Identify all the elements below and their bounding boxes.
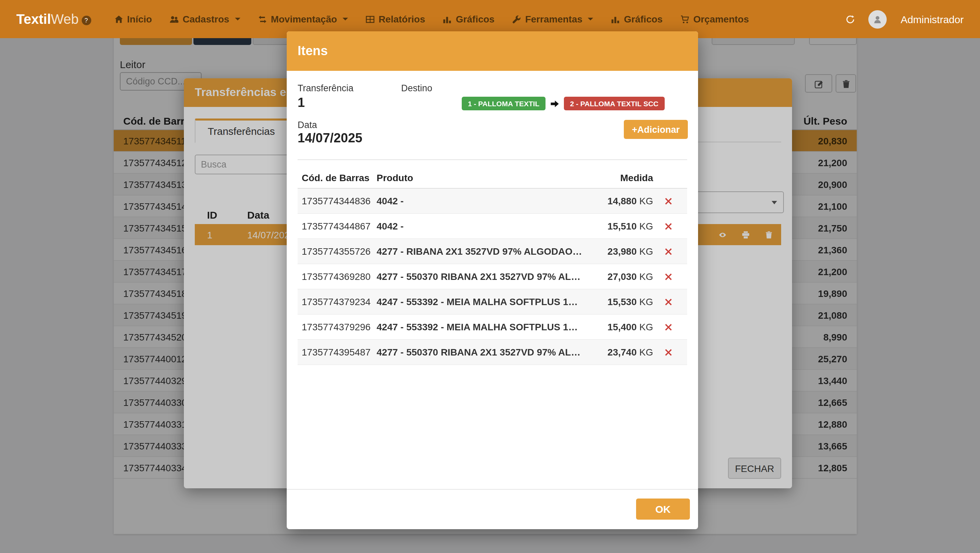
destination-badge: 2 - PALLOMA TEXTIL SCC bbox=[564, 97, 665, 110]
item-row: 1735774344867 4042 - 15,510 KG bbox=[298, 214, 687, 239]
refresh-icon[interactable] bbox=[846, 14, 855, 24]
caret-down-icon bbox=[342, 18, 348, 21]
nav-item-inicio[interactable]: Início bbox=[114, 14, 152, 24]
exchange-icon bbox=[258, 14, 267, 24]
nav-item-graficos-1[interactable]: Gráficos bbox=[443, 14, 495, 24]
remove-item-button[interactable] bbox=[653, 297, 683, 306]
items-modal-title: Itens bbox=[287, 31, 698, 71]
nav-item-graficos-2[interactable]: Gráficos bbox=[611, 14, 663, 24]
wrench-icon bbox=[512, 14, 521, 24]
help-icon[interactable]: ? bbox=[81, 15, 91, 25]
items-table: Cód. de Barras Produto Medida 1735774344… bbox=[298, 167, 687, 365]
add-item-button[interactable]: +Adicionar bbox=[624, 120, 688, 139]
bar-chart-icon bbox=[443, 14, 452, 24]
remove-item-button[interactable] bbox=[653, 272, 683, 281]
nav-item-orcamentos[interactable]: Orçamentos bbox=[680, 14, 749, 24]
date-value: 14/07/2025 bbox=[298, 131, 362, 146]
items-modal: Itens Transferência 1 Destino 1 - PALLOM… bbox=[287, 31, 698, 529]
item-barcode: 1735774379234 bbox=[302, 296, 377, 307]
destination-label: Destino bbox=[401, 83, 433, 93]
item-barcode: 1735774395487 bbox=[302, 346, 377, 358]
items-table-header: Cód. de Barras Produto Medida bbox=[298, 167, 687, 189]
item-barcode: 1735774344867 bbox=[302, 221, 377, 232]
item-row: 1735774379234 4247 - 553392 - MEIA MALHA… bbox=[298, 289, 687, 315]
item-product: 4042 - bbox=[377, 221, 589, 232]
caret-down-icon bbox=[588, 18, 593, 21]
divider bbox=[298, 159, 687, 160]
items-table-body: 1735774344836 4042 - 14,880 KG 173577434… bbox=[298, 189, 687, 365]
item-product: 4277 - RIBANA 2X1 3527VD 97% ALGODAO 3% … bbox=[377, 246, 589, 257]
item-product: 4042 - bbox=[377, 195, 589, 207]
nav-item-relatorios[interactable]: Relatórios bbox=[366, 14, 425, 24]
item-row: 1735774395487 4277 - 550370 RIBANA 2X1 3… bbox=[298, 340, 687, 365]
transfer-label: Transferência bbox=[298, 83, 353, 93]
nav-item-ferramentas[interactable]: Ferramentas bbox=[512, 14, 593, 24]
item-row: 1735774355726 4277 - RIBANA 2X1 3527VD 9… bbox=[298, 239, 687, 264]
remove-item-button[interactable] bbox=[653, 323, 683, 331]
users-icon bbox=[170, 14, 178, 24]
report-icon bbox=[366, 14, 375, 24]
items-barcode-header: Cód. de Barras bbox=[302, 172, 377, 183]
avatar[interactable] bbox=[869, 10, 887, 28]
destination-badges: 1 - PALLOMA TEXTIL 2 - PALLOMA TEXTIL SC… bbox=[462, 97, 665, 110]
item-barcode: 1735774369280 bbox=[302, 271, 377, 282]
brand-logo[interactable]: TextilWeb? bbox=[16, 11, 91, 27]
item-barcode: 1735774355726 bbox=[302, 246, 377, 257]
item-measure: 27,030 KG bbox=[589, 271, 653, 282]
item-measure: 14,880 KG bbox=[589, 195, 653, 207]
remove-item-button[interactable] bbox=[653, 197, 683, 205]
arrow-right-icon bbox=[550, 99, 559, 108]
remove-item-button[interactable] bbox=[653, 222, 683, 230]
screen: Leitor Cód. de Barras Últ. Peso 17357743… bbox=[0, 0, 980, 553]
plus-icon: + bbox=[632, 124, 638, 135]
items-modal-footer: OK bbox=[287, 489, 698, 529]
cart-icon bbox=[680, 14, 689, 24]
item-row: 1735774369280 4277 - 550370 RIBANA 2X1 3… bbox=[298, 264, 687, 289]
remove-item-button[interactable] bbox=[653, 247, 683, 256]
item-measure: 23,740 KG bbox=[589, 346, 653, 358]
item-product: 4277 - 550370 RIBANA 2X1 3527VD 97% ALGO… bbox=[377, 346, 589, 358]
item-measure: 23,980 KG bbox=[589, 246, 653, 257]
transfer-value: 1 bbox=[298, 95, 305, 110]
caret-down-icon bbox=[235, 18, 240, 21]
item-product: 4277 - 550370 RIBANA 2X1 3527VD 97% ALGO… bbox=[377, 271, 589, 282]
nav-item-movimentacao[interactable]: Movimentação bbox=[258, 14, 348, 24]
user-name[interactable]: Administrador bbox=[900, 13, 964, 25]
items-product-header: Produto bbox=[377, 172, 589, 183]
item-measure: 15,400 KG bbox=[589, 321, 653, 332]
item-product: 4247 - 553392 - MEIA MALHA SOFTPLUS 1801… bbox=[377, 321, 589, 332]
nav-item-cadastros[interactable]: Cadastros bbox=[170, 14, 240, 24]
item-row: 1735774379296 4247 - 553392 - MEIA MALHA… bbox=[298, 315, 687, 340]
remove-item-button[interactable] bbox=[653, 348, 683, 356]
item-measure: 15,530 KG bbox=[589, 296, 653, 307]
items-measure-header: Medida bbox=[589, 172, 653, 183]
item-row: 1735774344836 4042 - 14,880 KG bbox=[298, 189, 687, 214]
item-product: 4247 - 553392 - MEIA MALHA SOFTPLUS 1801… bbox=[377, 296, 589, 307]
item-measure: 15,510 KG bbox=[589, 221, 653, 232]
date-label: Data bbox=[298, 120, 317, 130]
person-icon bbox=[873, 13, 882, 25]
item-barcode: 1735774379296 bbox=[302, 321, 377, 332]
home-icon bbox=[114, 14, 123, 24]
item-barcode: 1735774344836 bbox=[302, 195, 377, 207]
bar-chart-icon bbox=[611, 14, 620, 24]
origin-badge: 1 - PALLOMA TEXTIL bbox=[462, 97, 546, 110]
ok-button[interactable]: OK bbox=[636, 499, 690, 520]
